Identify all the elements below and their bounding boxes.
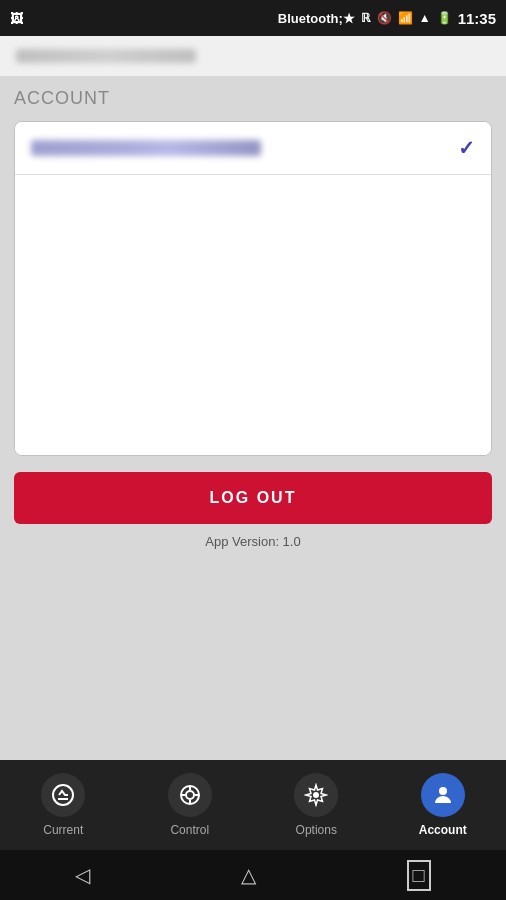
battery-icon: 🔋 <box>437 11 452 25</box>
section-title: ACCOUNT <box>14 88 492 109</box>
time-display: 11:35 <box>458 10 496 27</box>
recent-button[interactable]: □ <box>407 860 431 891</box>
current-label: Current <box>43 823 83 837</box>
app-version-text: App Version: 1.0 <box>14 534 492 549</box>
android-nav: ◁ △ □ <box>0 850 506 900</box>
status-right-icons: Bluetooth;★ ℝ 🔇 📶 ▲ 🔋 11:35 <box>278 10 496 27</box>
options-label: Options <box>296 823 337 837</box>
options-icon-circle <box>294 773 338 817</box>
account-icon-circle <box>421 773 465 817</box>
home-button[interactable]: △ <box>241 863 256 887</box>
status-bar: 🖼 Bluetooth;★ ℝ 🔇 📶 ▲ 🔋 11:35 <box>0 0 506 36</box>
wifi-icon: 📶 <box>398 11 413 25</box>
status-left-icons: 🖼 <box>10 11 23 26</box>
name-row <box>0 36 506 76</box>
account-list-area <box>15 175 491 455</box>
control-label: Control <box>170 823 209 837</box>
nav-item-account[interactable]: Account <box>380 765 507 845</box>
signal-icon: ▲ <box>419 11 431 25</box>
nav-item-current[interactable]: Current <box>0 765 127 845</box>
account-selected-row[interactable]: ✓ <box>15 122 491 175</box>
current-icon <box>51 783 75 807</box>
mute-icon: 🔇 <box>377 11 392 25</box>
bluetooth-icon: ℝ <box>361 11 371 25</box>
back-button[interactable]: ◁ <box>75 863 90 887</box>
current-icon-circle <box>41 773 85 817</box>
svg-point-7 <box>53 785 73 805</box>
account-card: ✓ <box>14 121 492 456</box>
image-icon: 🖼 <box>10 11 23 26</box>
control-icon <box>178 783 202 807</box>
control-icon-circle <box>168 773 212 817</box>
content-wrapper: ACCOUNT ✓ LOG OUT App Version: 1.0 <box>0 36 506 760</box>
account-person-icon <box>431 783 455 807</box>
nav-item-control[interactable]: Control <box>127 765 254 845</box>
blurred-account-number <box>31 140 261 156</box>
account-label: Account <box>419 823 467 837</box>
blurred-name <box>16 49 196 63</box>
checkmark-icon: ✓ <box>458 136 475 160</box>
bottom-nav: Current Control Options <box>0 760 506 850</box>
bluetooth-icon: Bluetooth;★ <box>278 11 355 26</box>
options-icon <box>304 783 328 807</box>
logout-button[interactable]: LOG OUT <box>14 472 492 524</box>
svg-point-16 <box>439 787 447 795</box>
svg-point-15 <box>313 792 319 798</box>
svg-point-10 <box>186 791 194 799</box>
nav-item-options[interactable]: Options <box>253 765 380 845</box>
main-content: ACCOUNT ✓ LOG OUT App Version: 1.0 <box>0 76 506 565</box>
